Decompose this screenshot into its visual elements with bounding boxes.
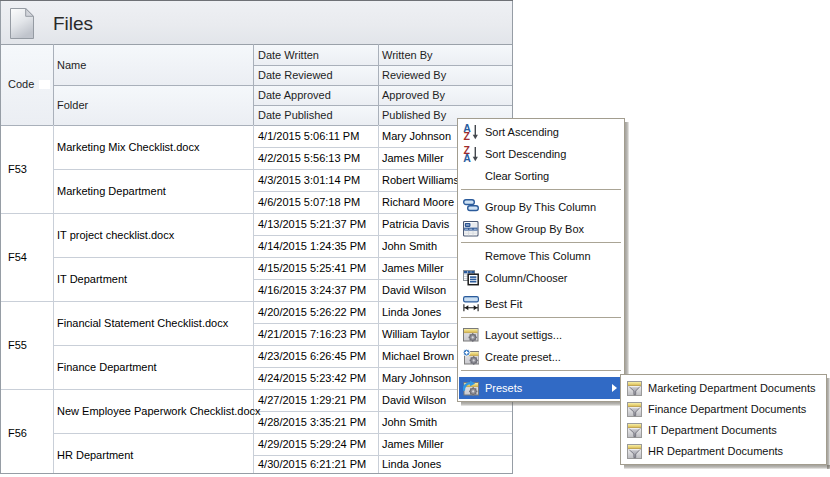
svg-text:A: A <box>463 152 471 162</box>
svg-text:Z: Z <box>463 130 470 140</box>
